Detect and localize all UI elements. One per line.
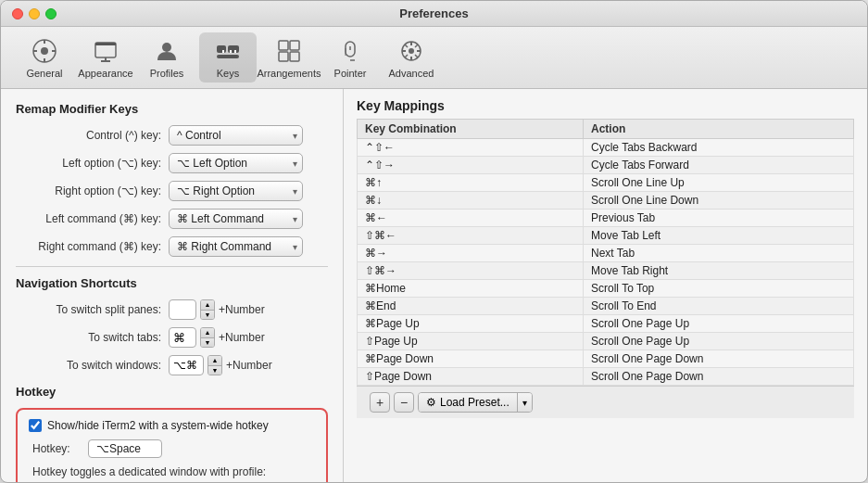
svg-rect-15 [230, 50, 232, 53]
switch-tabs-stepper-down[interactable]: ▼ [201, 338, 214, 348]
profiles-icon [152, 36, 182, 66]
gear-icon: ⚙ [426, 396, 436, 409]
control-key-label: Control (^) key: [16, 129, 169, 142]
table-row[interactable]: ⇧Page UpScroll One Page Up [358, 333, 854, 350]
svg-rect-17 [279, 41, 288, 50]
nav-title: Navigation Shortcuts [16, 276, 328, 290]
action-cell: Scroll One Line Down [584, 192, 854, 210]
table-row[interactable]: ⌘Page DownScroll One Page Down [358, 350, 854, 368]
split-panes-suffix: +Number [219, 303, 265, 316]
hotkey-checkbox-row: Show/hide iTerm2 with a system-wide hotk… [29, 419, 315, 432]
right-option-select[interactable]: ⌥ Right Option [169, 181, 303, 201]
keys-icon [213, 36, 243, 66]
toolbar-item-keys[interactable]: Keys [199, 32, 257, 83]
action-cell: Next Tab [584, 245, 854, 262]
table-row[interactable]: ⌘→Next Tab [358, 245, 854, 262]
arrangements-label: Arrangements [257, 68, 321, 79]
table-row[interactable]: ⌘↓Scroll One Line Down [358, 192, 854, 210]
traffic-lights [12, 8, 57, 19]
toolbar-item-arrangements[interactable]: Arrangements [260, 32, 318, 83]
key-cell: ⌘← [358, 210, 584, 227]
svg-rect-7 [95, 43, 116, 45]
bottom-bar: + − ⚙ Load Preset... ▾ [357, 386, 854, 418]
right-command-label: Right command (⌘) key: [16, 240, 169, 253]
table-row[interactable]: ⌘EndScroll To End [358, 298, 854, 315]
close-button[interactable] [12, 8, 23, 19]
table-row[interactable]: ⌘←Previous Tab [358, 210, 854, 227]
toolbar-item-general[interactable]: General [16, 32, 73, 83]
control-key-row: Control (^) key: ^ Control ⌥ Left Option… [16, 125, 328, 146]
key-cell: ⌘Home [358, 280, 584, 298]
maximize-button[interactable] [45, 8, 57, 19]
split-panes-stepper-down[interactable]: ▼ [201, 311, 214, 320]
hotkey-value[interactable]: ⌥Space [88, 439, 162, 458]
action-cell: Scroll One Page Up [584, 315, 854, 333]
key-cell: ⌘End [358, 298, 584, 315]
svg-line-34 [405, 55, 408, 57]
table-row[interactable]: ⌘Page UpScroll One Page Up [358, 315, 854, 333]
left-option-label: Left option (⌥) key: [16, 157, 169, 170]
add-mapping-button[interactable]: + [370, 392, 390, 413]
load-preset-container: ⚙ Load Preset... ▾ [418, 392, 533, 413]
action-cell: Cycle Tabs Forward [584, 157, 854, 174]
switch-windows-controls: ▲ ▼ +Number [169, 355, 272, 375]
general-icon [30, 36, 59, 66]
svg-point-1 [41, 47, 48, 55]
pointer-label: Pointer [334, 68, 367, 79]
minimize-button[interactable] [29, 8, 40, 19]
key-cell: ⌘Page Up [358, 315, 584, 333]
switch-windows-stepper-up[interactable]: ▲ [208, 356, 221, 366]
toolbar-item-profiles[interactable]: Profiles [138, 32, 195, 83]
divider-1 [16, 266, 328, 267]
main-content: Remap Modifier Keys Control (^) key: ^ C… [1, 89, 867, 482]
table-row[interactable]: ⇧⌘←Move Tab Left [358, 227, 854, 245]
load-preset-dropdown-button[interactable]: ▾ [517, 392, 532, 413]
table-row[interactable]: ⇧Page DownScroll One Page Down [358, 368, 854, 386]
key-cell: ⌘↓ [358, 192, 584, 210]
control-key-select[interactable]: ^ Control ⌥ Left Option ⌥ Right Option ⌘… [169, 125, 303, 146]
table-row[interactable]: ⇧⌘→Move Tab Right [358, 262, 854, 280]
right-option-select-wrapper: ⌥ Right Option ▾ [169, 181, 303, 201]
split-panes-input[interactable] [169, 299, 196, 320]
keys-label: Keys [217, 68, 239, 79]
toolbar: General Appearance Profiles [1, 27, 867, 89]
action-cell: Scroll One Line Up [584, 174, 854, 192]
table-row[interactable]: ⌘HomeScroll To Top [358, 280, 854, 298]
split-panes-stepper: ▲ ▼ [200, 299, 215, 320]
toolbar-item-pointer[interactable]: Pointer [321, 32, 379, 83]
split-panes-stepper-up[interactable]: ▲ [201, 300, 214, 311]
toolbar-item-appearance[interactable]: Appearance [77, 32, 134, 83]
switch-windows-input[interactable] [169, 355, 204, 375]
switch-tabs-label: To switch tabs: [16, 331, 169, 344]
left-option-select[interactable]: ⌥ Left Option [169, 153, 303, 173]
load-preset-button[interactable]: ⚙ Load Preset... [419, 392, 517, 413]
split-panes-controls: ▲ ▼ +Number [169, 299, 265, 320]
svg-rect-20 [290, 52, 299, 61]
remove-mapping-button[interactable]: − [394, 392, 414, 413]
hotkey-checkbox-label: Show/hide iTerm2 with a system-wide hotk… [47, 419, 269, 432]
table-row[interactable]: ⌃⇧←Cycle Tabs Backward [358, 139, 854, 157]
right-command-row: Right command (⌘) key: ⌘ Right Command ▾ [16, 236, 328, 257]
right-command-select[interactable]: ⌘ Right Command [169, 236, 303, 257]
hotkey-title: Hotkey [16, 385, 328, 399]
control-key-select-wrapper: ^ Control ⌥ Left Option ⌥ Right Option ⌘… [169, 125, 303, 146]
action-cell: Scroll To Top [584, 280, 854, 298]
table-row[interactable]: ⌘↑Scroll One Line Up [358, 174, 854, 192]
left-command-select[interactable]: ⌘ Left Command [169, 209, 303, 229]
switch-windows-label: To switch windows: [16, 359, 169, 372]
hotkey-checkbox[interactable] [29, 419, 42, 432]
action-cell: Cycle Tabs Backward [584, 139, 854, 157]
hotkey-box: Show/hide iTerm2 with a system-wide hotk… [16, 408, 328, 482]
table-row[interactable]: ⌃⇧→Cycle Tabs Forward [358, 157, 854, 174]
switch-windows-stepper-down[interactable]: ▼ [208, 366, 221, 375]
toolbar-item-advanced[interactable]: Advanced [383, 32, 440, 83]
switch-tabs-stepper-up[interactable]: ▲ [201, 328, 214, 338]
svg-rect-11 [217, 45, 226, 53]
key-cell: ⌃⇧← [358, 139, 584, 157]
switch-tabs-input[interactable] [169, 327, 196, 348]
hotkey-input-label: Hotkey: [32, 442, 88, 455]
col-action-header: Action [584, 120, 854, 139]
key-cell: ⌘↑ [358, 174, 584, 192]
action-cell: Scroll One Page Down [584, 350, 854, 368]
split-panes-label: To switch split panes: [16, 303, 169, 316]
